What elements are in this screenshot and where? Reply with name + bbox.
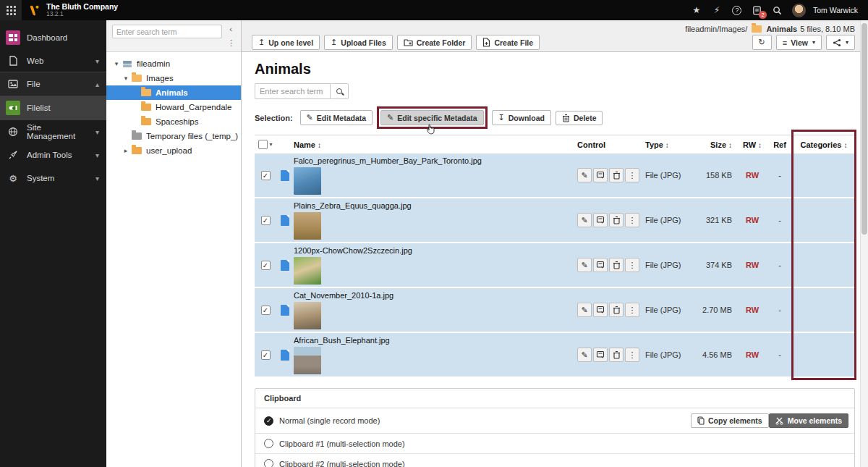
row-checkbox[interactable]: ✓ (261, 350, 271, 360)
tree-item-user-upload[interactable]: ▸ user_upload (106, 143, 241, 158)
radio-normal-selected[interactable] (264, 416, 273, 426)
more-options-button[interactable]: ⋮ (625, 213, 639, 227)
delete-button[interactable] (609, 168, 624, 182)
thumbnail-falcon[interactable] (294, 167, 321, 195)
sort-icon[interactable]: ↕ (665, 141, 669, 149)
edit-metadata-button[interactable]: ✎ (577, 348, 592, 362)
sort-icon[interactable]: ↕ (758, 141, 762, 149)
edit-metadata-button[interactable]: ✎ (577, 303, 592, 317)
row-checkbox[interactable]: ✓ (261, 216, 271, 225)
move-elements-button[interactable]: Move elements (769, 413, 848, 428)
sidebar-item-system[interactable]: ⚙ System ▾ (0, 167, 106, 190)
expand-open-icon[interactable]: ▾ (112, 60, 121, 67)
scrollbar[interactable] (860, 20, 868, 467)
edit-metadata-button[interactable]: ✎ Edit Metadata (300, 110, 373, 125)
expand-closed-icon[interactable]: ▸ (122, 147, 130, 154)
create-folder-button[interactable]: Create Folder (397, 35, 472, 50)
tree-search-input[interactable] (112, 25, 222, 38)
ref-count[interactable]: - (767, 171, 793, 180)
row-checkbox[interactable]: ✓ (261, 261, 271, 270)
username[interactable]: Tom Warwick (809, 6, 861, 14)
app-switcher-button[interactable] (0, 0, 22, 20)
upload-files-button[interactable]: ↥ Upload Files (324, 35, 393, 50)
delete-button[interactable] (609, 348, 624, 362)
thumbnail-cat[interactable] (294, 302, 321, 329)
tree-item-temporary-files[interactable]: Temporary files (_temp_) (106, 129, 241, 143)
brand[interactable]: The Bluth Company 13.2.1 (22, 0, 125, 20)
ref-count[interactable]: - (767, 350, 793, 359)
ref-count[interactable]: - (767, 261, 793, 269)
header-ref[interactable]: Ref (767, 140, 793, 149)
avatar[interactable] (792, 4, 806, 17)
search-input[interactable] (255, 83, 330, 99)
help-button[interactable]: ? (728, 1, 746, 19)
tree-item-fileadmin[interactable]: ▾ fileadmin (106, 56, 241, 71)
tree-item-images[interactable]: ▾ Images (106, 71, 241, 85)
sort-icon[interactable]: ↕ (843, 141, 847, 149)
header-rw[interactable]: RW↕ (738, 140, 767, 149)
paste-button[interactable] (593, 303, 608, 317)
file-name[interactable]: Cat_November_2010-1a.jpg (294, 291, 577, 300)
scrollbar-thumb[interactable] (861, 23, 867, 235)
thumbnail-elephant[interactable] (294, 347, 321, 374)
shortcut-button[interactable]: ⚡ (708, 1, 726, 19)
collapse-tree-button[interactable]: ‹ (225, 25, 237, 33)
header-categories[interactable]: Categories↕ (793, 140, 855, 149)
paste-button[interactable] (593, 258, 608, 272)
header-name[interactable]: Name↕ (294, 140, 577, 149)
copy-elements-button[interactable]: Copy elements (691, 413, 769, 428)
row-checkbox[interactable]: ✓ (261, 171, 271, 180)
file-name[interactable]: Plains_Zebra_Equus_quagga.jpg (294, 201, 577, 210)
more-options-button[interactable]: ⋮ (625, 303, 639, 317)
paste-button[interactable] (593, 213, 608, 227)
table-row[interactable]: ✓ 1200px-ChowChow2Szczecin.jpg ✎ ⋮ File … (255, 243, 855, 287)
sort-icon[interactable]: ↕ (728, 141, 732, 149)
view-dropdown-button[interactable]: ≡ View ▾ (776, 35, 822, 50)
delete-button[interactable] (609, 303, 624, 317)
search-button[interactable] (769, 1, 786, 19)
ref-count[interactable]: - (767, 216, 793, 224)
paste-button[interactable] (593, 168, 608, 182)
table-row[interactable]: ✓ Falco_peregrinus_m_Humber_Bay_Park_Tor… (255, 153, 855, 197)
thumbnail-zebra[interactable] (294, 212, 321, 240)
search-submit-button[interactable] (330, 83, 349, 99)
caret-down-icon[interactable]: ▾ (269, 141, 272, 148)
row-checkbox[interactable]: ✓ (261, 306, 271, 315)
table-row[interactable]: ✓ African_Bush_Elephant.jpg ✎ ⋮ File (JP… (255, 333, 855, 376)
share-dropdown-button[interactable]: ▾ (826, 35, 855, 50)
create-file-button[interactable]: Create File (476, 35, 540, 50)
radio-clipboard-1[interactable] (264, 439, 273, 448)
select-all-checkbox[interactable] (258, 140, 268, 149)
sort-icon[interactable]: ↕ (318, 141, 321, 149)
expand-open-icon[interactable]: ▾ (122, 75, 130, 82)
edit-specific-metadata-button[interactable]: ✎ Edit specific Metadata (380, 110, 484, 125)
sidebar-item-admin-tools[interactable]: Admin Tools ▾ (0, 143, 106, 167)
bookmark-button[interactable]: ★ (688, 1, 705, 19)
tree-menu-button[interactable]: ⋮ (112, 38, 237, 48)
edit-metadata-button[interactable]: ✎ (577, 168, 592, 182)
sidebar-item-dashboard[interactable]: Dashboard (0, 26, 106, 49)
delete-button[interactable]: Delete (556, 111, 603, 125)
edit-metadata-button[interactable]: ✎ (577, 258, 592, 272)
refresh-button[interactable]: ↻ (752, 35, 772, 50)
edit-metadata-button[interactable]: ✎ (577, 213, 592, 227)
notifications-button[interactable]: 2 (749, 1, 766, 19)
tree-item-spaceships[interactable]: Spaceships (106, 114, 241, 129)
more-options-button[interactable]: ⋮ (625, 168, 639, 182)
download-button[interactable]: ↧ Download (492, 110, 551, 125)
more-options-button[interactable]: ⋮ (625, 348, 639, 362)
table-row[interactable]: ✓ Plains_Zebra_Equus_quagga.jpg ✎ ⋮ File… (255, 198, 855, 242)
delete-button[interactable] (609, 213, 624, 227)
sidebar-item-file[interactable]: File ▴ (0, 72, 106, 96)
paste-button[interactable] (593, 348, 608, 362)
file-name[interactable]: Falco_peregrinus_m_Humber_Bay_Park_Toron… (294, 156, 577, 165)
more-options-button[interactable]: ⋮ (625, 258, 639, 272)
table-row[interactable]: ✓ Cat_November_2010-1a.jpg ✎ ⋮ File (JPG… (255, 288, 855, 332)
sidebar-item-web[interactable]: Web ▾ (0, 49, 106, 72)
radio-clipboard-2[interactable] (264, 459, 273, 467)
tree-item-howard-carpendale[interactable]: Howard_Carpendale (106, 100, 241, 114)
up-one-level-button[interactable]: ↥ Up one level (252, 35, 320, 50)
delete-button[interactable] (609, 258, 624, 272)
ref-count[interactable]: - (767, 306, 793, 314)
thumbnail-chow-dog[interactable] (294, 257, 321, 285)
